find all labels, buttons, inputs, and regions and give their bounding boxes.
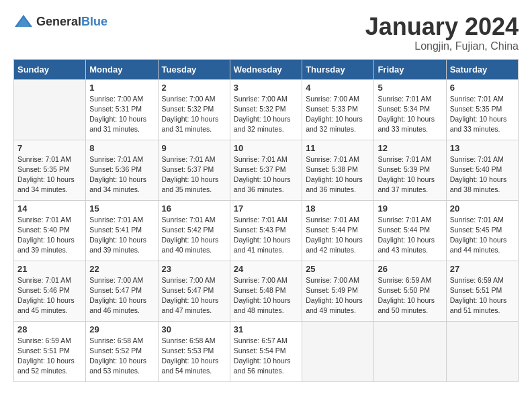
logo-general-text: General — [36, 15, 81, 28]
day-info: Sunrise: 7:00 AM Sunset: 5:33 PM Dayligh… — [306, 94, 370, 135]
calendar-cell: 4Sunrise: 7:00 AM Sunset: 5:33 PM Daylig… — [302, 79, 374, 140]
calendar-cell: 28Sunrise: 6:59 AM Sunset: 5:51 PM Dayli… — [14, 321, 86, 381]
calendar-cell: 5Sunrise: 7:01 AM Sunset: 5:34 PM Daylig… — [374, 79, 446, 140]
calendar-body: 1Sunrise: 7:00 AM Sunset: 5:31 PM Daylig… — [14, 79, 519, 381]
header-cell-monday: Monday — [86, 59, 158, 79]
day-info: Sunrise: 6:57 AM Sunset: 5:54 PM Dayligh… — [234, 336, 298, 377]
header-cell-tuesday: Tuesday — [158, 59, 230, 79]
calendar-cell: 18Sunrise: 7:01 AM Sunset: 5:44 PM Dayli… — [302, 200, 374, 261]
day-number: 15 — [89, 203, 154, 214]
calendar-table: SundayMondayTuesdayWednesdayThursdayFrid… — [13, 59, 519, 382]
day-number: 5 — [378, 83, 442, 93]
calendar-cell: 31Sunrise: 6:57 AM Sunset: 5:54 PM Dayli… — [230, 321, 302, 381]
calendar-cell: 2Sunrise: 7:00 AM Sunset: 5:32 PM Daylig… — [158, 79, 230, 140]
calendar-cell — [14, 79, 86, 140]
day-number: 21 — [17, 264, 82, 274]
calendar-cell: 27Sunrise: 6:59 AM Sunset: 5:51 PM Dayli… — [446, 261, 518, 321]
day-info: Sunrise: 7:00 AM Sunset: 5:47 PM Dayligh… — [89, 275, 154, 316]
day-number: 6 — [450, 83, 515, 93]
day-info: Sunrise: 7:01 AM Sunset: 5:35 PM Dayligh… — [450, 94, 515, 135]
calendar-cell: 17Sunrise: 7:01 AM Sunset: 5:43 PM Dayli… — [230, 200, 302, 261]
day-info: Sunrise: 6:59 AM Sunset: 5:51 PM Dayligh… — [450, 275, 515, 316]
week-row-1: 7Sunrise: 7:01 AM Sunset: 5:35 PM Daylig… — [14, 140, 519, 200]
calendar-cell: 10Sunrise: 7:01 AM Sunset: 5:37 PM Dayli… — [230, 140, 302, 200]
day-number: 10 — [234, 143, 298, 153]
calendar-cell: 7Sunrise: 7:01 AM Sunset: 5:35 PM Daylig… — [14, 140, 86, 200]
day-number: 7 — [17, 143, 82, 153]
day-number: 31 — [234, 324, 298, 334]
day-number: 8 — [89, 143, 154, 153]
header-cell-thursday: Thursday — [302, 59, 374, 79]
day-info: Sunrise: 7:01 AM Sunset: 5:44 PM Dayligh… — [306, 215, 370, 256]
week-row-4: 28Sunrise: 6:59 AM Sunset: 5:51 PM Dayli… — [14, 321, 519, 381]
day-info: Sunrise: 7:01 AM Sunset: 5:41 PM Dayligh… — [89, 215, 154, 256]
calendar-cell: 15Sunrise: 7:01 AM Sunset: 5:41 PM Dayli… — [86, 200, 158, 261]
day-number: 24 — [234, 264, 298, 274]
calendar-cell — [374, 321, 446, 381]
day-info: Sunrise: 7:01 AM Sunset: 5:43 PM Dayligh… — [234, 215, 298, 256]
day-number: 23 — [162, 264, 226, 274]
week-row-2: 14Sunrise: 7:01 AM Sunset: 5:40 PM Dayli… — [14, 200, 519, 261]
day-number: 28 — [17, 324, 82, 334]
day-number: 12 — [378, 143, 442, 153]
calendar-cell: 12Sunrise: 7:01 AM Sunset: 5:39 PM Dayli… — [374, 140, 446, 200]
calendar-cell: 22Sunrise: 7:00 AM Sunset: 5:47 PM Dayli… — [86, 261, 158, 321]
day-info: Sunrise: 7:00 AM Sunset: 5:47 PM Dayligh… — [162, 275, 226, 316]
day-info: Sunrise: 7:01 AM Sunset: 5:42 PM Dayligh… — [162, 215, 226, 256]
day-info: Sunrise: 7:01 AM Sunset: 5:34 PM Dayligh… — [378, 94, 442, 135]
day-info: Sunrise: 6:58 AM Sunset: 5:53 PM Dayligh… — [162, 336, 226, 377]
calendar-header: SundayMondayTuesdayWednesdayThursdayFrid… — [14, 59, 519, 79]
day-info: Sunrise: 7:00 AM Sunset: 5:32 PM Dayligh… — [234, 94, 298, 135]
day-number: 1 — [89, 83, 154, 93]
title-section: January 2024 Longjin, Fujian, China — [365, 13, 519, 52]
calendar-cell: 29Sunrise: 6:58 AM Sunset: 5:52 PM Dayli… — [86, 321, 158, 381]
calendar-cell: 14Sunrise: 7:01 AM Sunset: 5:40 PM Dayli… — [14, 200, 86, 261]
logo-icon — [13, 13, 34, 30]
day-number: 29 — [89, 324, 154, 334]
day-number: 17 — [234, 203, 298, 214]
calendar-cell: 9Sunrise: 7:01 AM Sunset: 5:37 PM Daylig… — [158, 140, 230, 200]
day-info: Sunrise: 7:01 AM Sunset: 5:44 PM Dayligh… — [378, 215, 442, 256]
day-number: 13 — [450, 143, 515, 153]
day-number: 16 — [162, 203, 226, 214]
calendar-cell: 1Sunrise: 7:00 AM Sunset: 5:31 PM Daylig… — [86, 79, 158, 140]
calendar-cell: 16Sunrise: 7:01 AM Sunset: 5:42 PM Dayli… — [158, 200, 230, 261]
day-info: Sunrise: 7:01 AM Sunset: 5:46 PM Dayligh… — [17, 275, 82, 316]
day-info: Sunrise: 6:58 AM Sunset: 5:52 PM Dayligh… — [89, 336, 154, 377]
calendar-cell — [302, 321, 374, 381]
header-cell-wednesday: Wednesday — [230, 59, 302, 79]
logo-blue-text: Blue — [81, 15, 107, 28]
day-number: 30 — [162, 324, 226, 334]
day-info: Sunrise: 6:59 AM Sunset: 5:51 PM Dayligh… — [17, 336, 82, 377]
day-info: Sunrise: 7:01 AM Sunset: 5:35 PM Dayligh… — [17, 154, 82, 195]
calendar-cell: 23Sunrise: 7:00 AM Sunset: 5:47 PM Dayli… — [158, 261, 230, 321]
calendar-cell: 25Sunrise: 7:00 AM Sunset: 5:49 PM Dayli… — [302, 261, 374, 321]
day-info: Sunrise: 7:01 AM Sunset: 5:40 PM Dayligh… — [17, 215, 82, 256]
calendar-cell: 19Sunrise: 7:01 AM Sunset: 5:44 PM Dayli… — [374, 200, 446, 261]
day-info: Sunrise: 7:00 AM Sunset: 5:31 PM Dayligh… — [89, 94, 154, 135]
page-header: GeneralBlue January 2024 Longjin, Fujian… — [13, 13, 519, 52]
day-number: 14 — [17, 203, 82, 214]
day-info: Sunrise: 7:01 AM Sunset: 5:37 PM Dayligh… — [234, 154, 298, 195]
calendar-cell — [446, 321, 518, 381]
header-cell-friday: Friday — [374, 59, 446, 79]
month-title: January 2024 — [365, 13, 519, 40]
day-info: Sunrise: 7:00 AM Sunset: 5:49 PM Dayligh… — [306, 275, 370, 316]
calendar-cell: 11Sunrise: 7:01 AM Sunset: 5:38 PM Dayli… — [302, 140, 374, 200]
day-info: Sunrise: 7:01 AM Sunset: 5:36 PM Dayligh… — [89, 154, 154, 195]
day-info: Sunrise: 7:00 AM Sunset: 5:32 PM Dayligh… — [162, 94, 226, 135]
calendar-cell: 21Sunrise: 7:01 AM Sunset: 5:46 PM Dayli… — [14, 261, 86, 321]
day-number: 25 — [306, 264, 370, 274]
header-cell-sunday: Sunday — [14, 59, 86, 79]
day-number: 4 — [306, 83, 370, 93]
day-info: Sunrise: 7:01 AM Sunset: 5:40 PM Dayligh… — [450, 154, 515, 195]
header-cell-saturday: Saturday — [446, 59, 518, 79]
calendar-cell: 13Sunrise: 7:01 AM Sunset: 5:40 PM Dayli… — [446, 140, 518, 200]
day-number: 26 — [378, 264, 442, 274]
day-number: 9 — [162, 143, 226, 153]
day-info: Sunrise: 7:01 AM Sunset: 5:38 PM Dayligh… — [306, 154, 370, 195]
day-number: 22 — [89, 264, 154, 274]
calendar-cell: 24Sunrise: 7:00 AM Sunset: 5:48 PM Dayli… — [230, 261, 302, 321]
day-info: Sunrise: 6:59 AM Sunset: 5:50 PM Dayligh… — [378, 275, 442, 316]
location-text: Longjin, Fujian, China — [365, 40, 519, 52]
